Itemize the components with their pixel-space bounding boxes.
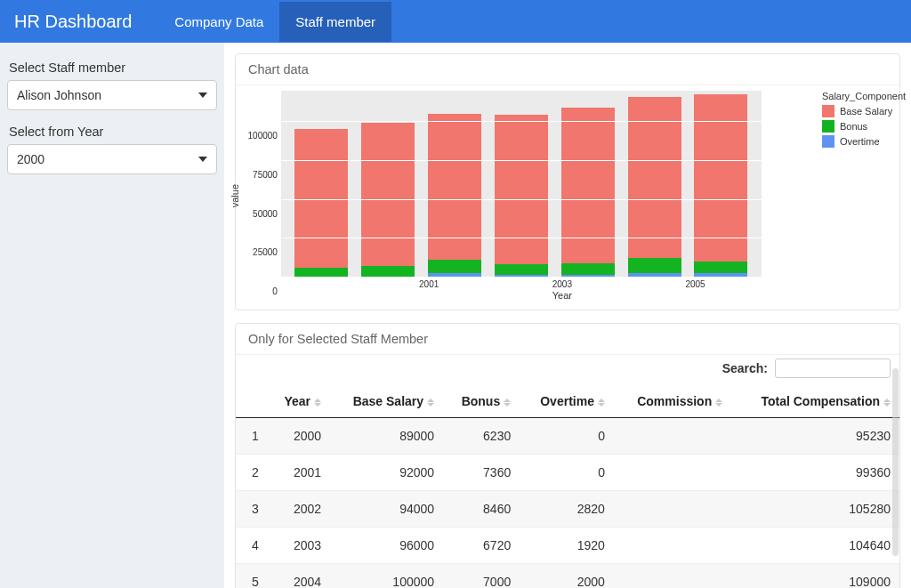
sort-icon [504, 399, 511, 407]
table-row[interactable]: 420039600067201920104640 [236, 528, 899, 564]
chart-panel-title: Chart data [236, 54, 899, 85]
chart-bar [361, 123, 415, 278]
table-cell: 104640 [731, 528, 899, 564]
tab-company-data[interactable]: Company Data [158, 2, 279, 42]
table-cell: 2000 [268, 418, 330, 455]
table-cell: 109000 [731, 564, 899, 589]
column-header[interactable]: Overtime [520, 385, 614, 418]
table-cell: 7000 [443, 564, 520, 589]
table-cell: 1920 [520, 528, 614, 564]
table-cell: 2003 [268, 528, 330, 564]
table-row[interactable]: 5200410000070002000109000 [236, 564, 899, 589]
sort-icon [598, 399, 605, 407]
sidebar: Select Staff member Alison Johnson Selec… [0, 43, 224, 588]
app-title: HR Dashboard [14, 12, 132, 32]
chart-bar [294, 129, 348, 278]
sort-icon [715, 399, 722, 407]
chart-bar [561, 108, 615, 278]
sort-icon [314, 399, 321, 407]
table-panel-title: Only for Selected Staff Member [236, 324, 899, 355]
search-label: Search: [722, 361, 768, 375]
year-select-label: Select from Year [9, 125, 217, 139]
table-cell [614, 418, 731, 455]
legend-item: Base Salary [822, 105, 906, 117]
navbar: HR Dashboard Company Data Staff member [0, 0, 911, 43]
table-cell: 94000 [330, 491, 443, 528]
column-header[interactable]: Base Salary [330, 385, 443, 418]
chart-y-tick: 75000 [253, 169, 278, 179]
chart-x-tick: 2003 [536, 279, 589, 289]
chart-legend: Salary_Component Base SalaryBonusOvertim… [822, 91, 906, 150]
chart-x-tick: 2005 [669, 279, 722, 289]
search-input[interactable] [775, 358, 891, 378]
table-panel: Only for Selected Staff Member Search: Y… [235, 323, 900, 588]
staff-select[interactable]: Alison Johnson [7, 80, 217, 110]
tab-staff-member[interactable]: Staff member [279, 2, 391, 42]
sort-icon [427, 399, 434, 407]
year-select-value: 2000 [17, 152, 44, 166]
chart-x-tick: 2001 [402, 279, 456, 289]
chart-plot-area [281, 91, 762, 278]
table-cell [614, 564, 731, 589]
table-cell: 100000 [330, 564, 443, 589]
column-header[interactable]: Bonus [443, 385, 520, 418]
year-select[interactable]: 2000 [7, 144, 217, 174]
table-row[interactable]: 22001920007360099360 [236, 455, 899, 491]
chart-x-tick [469, 279, 522, 289]
table-row[interactable]: 12000890006230095230 [236, 418, 899, 455]
table-cell: 95230 [731, 418, 899, 455]
chart-x-tick [602, 279, 656, 289]
chart-y-tick: 50000 [253, 208, 278, 218]
table-cell: 2820 [520, 491, 614, 528]
data-table: YearBase SalaryBonusOvertimeCommissionTo… [236, 385, 899, 588]
column-header[interactable]: Total Compensation [731, 385, 899, 418]
staff-select-value: Alison Johnson [17, 88, 101, 102]
table-cell: 6230 [443, 418, 520, 455]
table-cell: 2002 [268, 491, 330, 528]
chart-bar [428, 114, 481, 278]
table-cell: 6720 [443, 528, 520, 564]
chart-y-tick: 0 [272, 286, 278, 296]
table-cell: 2000 [520, 564, 614, 589]
caret-down-icon [198, 93, 207, 98]
chart-bar [628, 97, 681, 278]
chart-x-ticks: 200120032005 [322, 278, 802, 289]
table-cell: 8460 [443, 491, 520, 528]
chart-x-tick [735, 279, 788, 289]
table-cell: 96000 [330, 528, 443, 564]
table-cell: 2001 [268, 455, 330, 491]
table-cell: 0 [520, 418, 614, 455]
scrollbar[interactable] [892, 368, 899, 556]
table-row[interactable]: 320029400084602820105280 [236, 491, 899, 528]
table-cell [614, 528, 731, 564]
legend-item: Bonus [822, 120, 906, 133]
chart-xlabel: Year [322, 290, 802, 301]
sort-icon [883, 399, 891, 407]
table-cell: 105280 [731, 491, 899, 528]
chart-bar [694, 94, 747, 278]
chart-legend-title: Salary_Component [822, 91, 906, 101]
chart-y-tick: 25000 [253, 247, 278, 257]
chart-y-ticks: 0250005000075000100000 [242, 102, 281, 289]
table-cell: 2004 [268, 564, 330, 589]
staff-select-label: Select Staff member [9, 60, 217, 75]
table-cell [614, 455, 731, 491]
column-header[interactable]: Commission [614, 385, 731, 418]
chart-y-tick: 100000 [248, 131, 278, 141]
chart-panel: Chart data value 0250005000075000100000 … [235, 53, 900, 310]
table-cell [614, 491, 731, 528]
chart-ylabel: value [230, 184, 240, 207]
table-cell: 99360 [731, 455, 899, 491]
table-cell: 7360 [443, 455, 520, 491]
main-content: Chart data value 0250005000075000100000 … [224, 43, 911, 588]
chart-x-tick [335, 279, 389, 289]
legend-item: Overtime [822, 135, 906, 148]
table-cell: 89000 [330, 418, 443, 455]
column-header[interactable]: Year [268, 385, 330, 418]
table-cell: 0 [520, 455, 614, 491]
caret-down-icon [198, 157, 207, 162]
chart-bar [495, 115, 548, 278]
table-cell: 92000 [330, 455, 443, 491]
